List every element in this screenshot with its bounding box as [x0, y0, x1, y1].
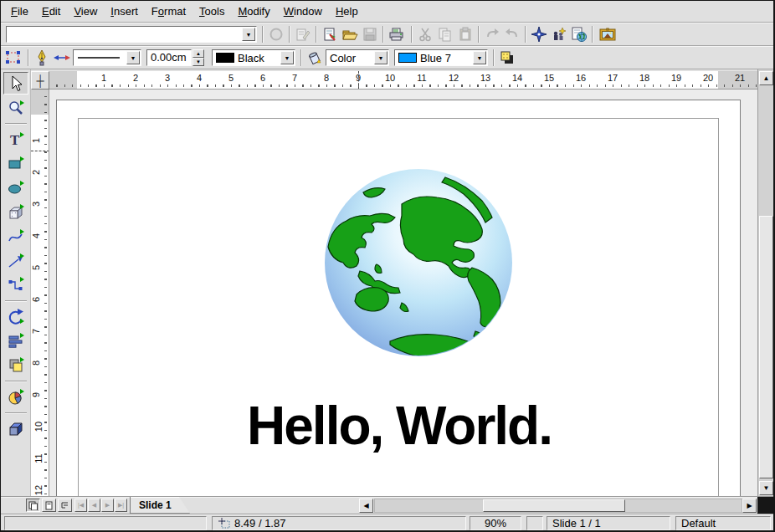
line-width-up-button[interactable]: ▲ [192, 49, 204, 58]
fill-button[interactable] [305, 49, 324, 67]
vertical-scrollbar[interactable]: ▲ ▼ [757, 69, 773, 496]
line-color-value[interactable]: Black [234, 52, 280, 64]
next-slide-button[interactable]: ▶ [101, 499, 114, 512]
fill-type-dropdown-button[interactable]: ▼ [374, 51, 388, 64]
rectangle-button[interactable] [3, 152, 28, 175]
pen-button[interactable] [33, 49, 51, 67]
zoom-level-cell[interactable]: 90% [470, 516, 521, 530]
zoom-button[interactable] [3, 96, 28, 119]
menu-item-help[interactable]: Help [329, 3, 365, 19]
navigator-button[interactable] [530, 25, 548, 43]
gallery-button[interactable] [598, 25, 617, 43]
line-color-select[interactable]: Black ▼ [212, 49, 295, 66]
last-slide-button[interactable]: ▶| [115, 499, 127, 512]
notes-view-button[interactable] [42, 499, 56, 512]
save-button[interactable] [361, 25, 379, 43]
globe-image[interactable] [323, 167, 514, 358]
new-document-button[interactable] [321, 25, 339, 43]
3d-controller-button[interactable] [3, 417, 28, 440]
scroll-up-button[interactable]: ▲ [759, 71, 773, 85]
menu-item-edit[interactable]: Edit [35, 3, 67, 19]
arrow-ends-button[interactable] [53, 49, 71, 67]
open-button[interactable] [341, 25, 359, 43]
slide-canvas[interactable]: Hello, World. [49, 90, 757, 496]
menu-item-window[interactable]: Window [277, 3, 329, 19]
slide-tab[interactable]: Slide 1 [130, 497, 190, 514]
curve-button[interactable] [3, 225, 28, 248]
url-combobox-dropdown-button[interactable]: ▼ [242, 28, 255, 41]
menu-item-modify[interactable]: Modify [231, 3, 276, 19]
copy-button[interactable] [436, 25, 454, 43]
paste-button[interactable] [456, 25, 475, 43]
scroll-right-button[interactable]: ▶ [742, 499, 757, 513]
lines-arrows-button[interactable] [3, 249, 28, 272]
text-button[interactable]: T [3, 128, 28, 151]
url-combobox[interactable]: ▼ [6, 26, 257, 43]
curve-icon [7, 228, 25, 246]
position-icon [218, 518, 230, 529]
app-window: File Edit View Insert Format Tools Modif… [0, 0, 775, 532]
line-width-spinner[interactable]: 0.00cm ▲ ▼ [146, 49, 204, 66]
connector-button[interactable] [3, 274, 28, 296]
cursor-position-cell[interactable]: 8.49 / 1.87 [212, 516, 466, 530]
line-width-down-button[interactable]: ▼ [192, 58, 204, 66]
arrange-button[interactable] [3, 354, 28, 376]
fill-color-select[interactable]: Blue 7 ▼ [394, 49, 488, 66]
select-button[interactable] [3, 72, 28, 95]
new-document-icon [322, 27, 337, 42]
redo-button[interactable] [503, 25, 521, 43]
fill-type-select[interactable]: Color ▼ [326, 49, 389, 66]
insert-button[interactable] [3, 386, 28, 408]
horizontal-scrollbar-thumb[interactable] [483, 499, 625, 512]
scroll-left-button[interactable]: ◀ [359, 499, 373, 513]
drawing-view-icon [28, 501, 38, 510]
first-slide-button[interactable]: |◀ [74, 499, 87, 512]
cut-button[interactable] [416, 25, 434, 43]
vertical-scrollbar-thumb[interactable] [759, 216, 773, 478]
outline-view-button[interactable] [58, 499, 72, 512]
scroll-down-button[interactable]: ▼ [759, 481, 773, 495]
ruler-number: 5 [31, 265, 41, 270]
menu-item-file[interactable]: File [4, 3, 35, 19]
autopilot-button[interactable] [550, 25, 568, 43]
ruler-number: 12 [449, 73, 459, 83]
redo-icon [505, 27, 520, 42]
menu-item-view[interactable]: View [67, 3, 104, 19]
edit-points-button[interactable] [4, 49, 23, 67]
zoom-icon [7, 99, 25, 117]
fill-color-dropdown-button[interactable]: ▼ [473, 51, 486, 64]
horizontal-ruler[interactable]: 123456789101112131415161718192021 [49, 71, 757, 90]
ruler-number: 4 [31, 233, 41, 238]
shadow-button[interactable] [498, 49, 516, 67]
line-color-dropdown-button[interactable]: ▼ [280, 51, 294, 64]
web-page-button[interactable] [570, 25, 588, 43]
slide-indicator-cell[interactable]: Slide 1 / 1 [547, 516, 670, 530]
drawing-view-button[interactable] [26, 499, 40, 512]
alignment-button[interactable] [3, 330, 28, 352]
ruler-origin-box[interactable]: ┼ [31, 71, 49, 90]
page-layout-cell[interactable]: Default [675, 516, 771, 530]
menu-item-insert[interactable]: Insert [104, 3, 145, 19]
ruler-number: 11 [33, 453, 44, 463]
undo-button[interactable] [483, 25, 501, 43]
print-button[interactable] [388, 25, 406, 43]
line-style-select[interactable]: ▼ [73, 49, 141, 66]
ellipse-button[interactable] [3, 176, 28, 199]
fill-color-value[interactable]: Blue 7 [417, 52, 473, 64]
menu-item-format[interactable]: Format [145, 3, 192, 19]
arrow-ends-icon [53, 49, 71, 66]
3d-objects-button[interactable] [3, 201, 28, 223]
horizontal-scrollbar[interactable] [374, 499, 742, 513]
edit-file-button[interactable] [294, 25, 312, 43]
menu-item-tools[interactable]: Tools [192, 3, 231, 19]
slide-title-text[interactable]: Hello, World. [57, 395, 742, 457]
line-width-value[interactable]: 0.00cm [146, 49, 192, 66]
previous-slide-button[interactable]: ◀ [88, 499, 100, 512]
ruler-number: 8 [324, 73, 329, 83]
rotate-button[interactable] [3, 305, 28, 328]
line-style-dropdown-button[interactable]: ▼ [126, 51, 140, 64]
vertical-ruler[interactable]: 123456789101112 [31, 90, 49, 496]
slide-page[interactable]: Hello, World. [56, 100, 741, 496]
fill-type-value[interactable]: Color [326, 52, 374, 64]
stop-button[interactable] [267, 25, 285, 43]
